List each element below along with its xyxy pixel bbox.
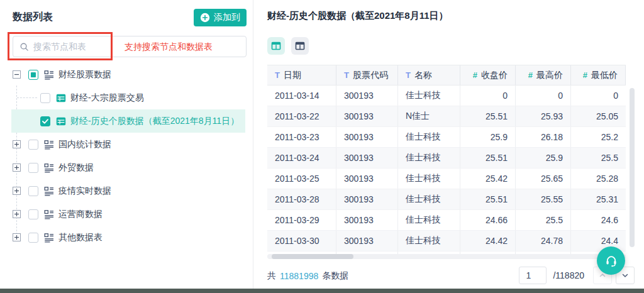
tree-item[interactable]: 运营商数据: [11, 202, 245, 226]
horizontal-scrollbar-track[interactable]: [267, 254, 626, 259]
table-cell: 佳士科技: [398, 127, 460, 147]
tree-checkbox-indeterminate[interactable]: [28, 70, 38, 80]
total-count-value[interactable]: 11881998: [280, 271, 318, 281]
table-cell: 300193: [336, 148, 398, 168]
bottom-taskbar-edge: [0, 289, 644, 293]
table-row[interactable]: 2011-03-23300193佳士科技25.926.1825.2: [267, 127, 626, 148]
table-row[interactable]: 2011-03-24300193佳士科技25.5125.925.5: [267, 148, 626, 169]
text-type-icon: T: [275, 70, 280, 80]
total-prefix-label: 共: [267, 270, 276, 282]
tree-checkbox-unchecked[interactable]: [28, 163, 38, 173]
table-cell: 2011-03-28: [267, 189, 336, 209]
total-suffix-label: 条数据: [322, 270, 348, 282]
table-cell: 2011-03-30: [267, 231, 336, 251]
table-cell: 佳士科技: [398, 189, 460, 209]
node-group-icon: [44, 163, 54, 173]
table-cell: 佳士科技: [398, 148, 460, 168]
vertical-scrollbar-thumb[interactable]: [630, 88, 635, 247]
table-row[interactable]: 2011-03-30300193佳士科技24.4224.7824.4: [267, 231, 626, 252]
tree-item[interactable]: 外贸数据: [11, 156, 245, 179]
sidebar-title: 数据列表: [13, 11, 53, 24]
table-layout-icon: [295, 41, 305, 51]
table-cell: 24.66: [460, 210, 516, 230]
table-view-toggle-button[interactable]: [267, 37, 285, 55]
column-header-label: 名称: [414, 70, 432, 81]
tree-checkbox-unchecked[interactable]: [28, 140, 38, 150]
column-header[interactable]: T股票代码: [336, 65, 398, 85]
table-header-row: T日期T股票代码T名称#收盘价#最高价#最低价: [267, 65, 626, 86]
tree-checkbox-unchecked[interactable]: [40, 93, 50, 103]
column-header-label: 股票代码: [353, 70, 388, 81]
table-cell: 2011-03-29: [267, 210, 336, 230]
data-tree: 财经股票数据财经-大宗股票交易财经-历史个股数据（截至2021年8月11日）国内…: [0, 63, 253, 249]
tree-checkbox-unchecked[interactable]: [28, 209, 38, 219]
tree-checkbox-unchecked[interactable]: [28, 186, 38, 196]
table-cell: 佳士科技: [398, 210, 460, 230]
table-cell: 25.31: [571, 189, 626, 209]
tree-item[interactable]: 其他数据表: [11, 226, 245, 249]
tree-item-label: 财经-大宗股票交易: [70, 92, 144, 104]
table-cell: 2011-03-24: [267, 148, 336, 168]
tree-item[interactable]: 财经-大宗股票交易: [11, 86, 245, 109]
table-cell: 0: [571, 86, 626, 106]
tree-expander-plus-icon[interactable]: [13, 187, 21, 195]
tree-expander-minus-icon[interactable]: [13, 70, 21, 79]
column-header[interactable]: #最低价: [571, 65, 626, 85]
tree-expander-plus-icon[interactable]: [13, 163, 21, 172]
data-list-sidebar: 数据列表 添加到 支持搜索节点和数据表 财经股票数据财经-大宗股票交易财经-历史…: [0, 0, 253, 289]
table-row[interactable]: 2011-03-28300193佳士科技25.5125.5525.31: [267, 189, 626, 210]
table-cell: 300193: [336, 106, 398, 126]
page-number-input[interactable]: [519, 267, 547, 284]
tree-expander-plus-icon[interactable]: [13, 210, 21, 218]
column-header-label: 最低价: [591, 70, 618, 81]
tree-expander-plus-icon[interactable]: [13, 140, 21, 148]
customer-service-chat-button[interactable]: [597, 246, 625, 275]
table-row[interactable]: 2011-03-25300193佳士科技25.4225.6525.28: [267, 169, 626, 189]
number-type-icon: #: [528, 70, 533, 80]
table-footer: 共 11881998 条数据 /118820: [267, 267, 641, 285]
tree-checkbox-unchecked[interactable]: [28, 233, 38, 243]
column-header-label: 收盘价: [481, 70, 508, 81]
table-cell: 24.78: [516, 231, 571, 251]
node-group-icon: [44, 209, 54, 219]
column-header[interactable]: T名称: [398, 65, 460, 85]
headset-icon: [604, 253, 619, 268]
tree-item[interactable]: 国内统计数据: [11, 133, 245, 156]
table-cell: 2011-03-25: [267, 169, 336, 189]
table-cell: 300193: [336, 127, 398, 147]
table-row[interactable]: 2011-03-14300193佳士科技000: [267, 86, 626, 106]
number-type-icon: #: [473, 70, 477, 80]
column-header[interactable]: #收盘价: [460, 65, 516, 85]
table-cell: 佳士科技: [398, 169, 460, 189]
tree-item[interactable]: 财经股票数据: [11, 63, 245, 86]
tree-item[interactable]: 疫情实时数据: [11, 179, 245, 202]
layout-view-toggle-button[interactable]: [291, 37, 309, 55]
table-cell: 300193: [336, 86, 398, 106]
tree-item-label: 财经-历史个股数据（截至2021年8月11日）: [70, 116, 239, 127]
table-row[interactable]: 2011-03-29300193佳士科技24.6625.524.6: [267, 210, 626, 231]
table-cell: 25.51: [460, 106, 516, 126]
column-header[interactable]: T日期: [267, 65, 336, 85]
table-row[interactable]: 2011-03-22300193N佳士25.5125.9325.05: [267, 106, 626, 127]
add-to-button-label: 添加到: [214, 12, 240, 23]
tree-item-label: 疫情实时数据: [58, 185, 111, 197]
table-cell: 24.42: [460, 231, 516, 251]
table-cell: 25.9: [516, 148, 571, 168]
app-window: 数据列表 添加到 支持搜索节点和数据表 财经股票数据财经-大宗股票交易财经-历史…: [0, 0, 644, 293]
column-header-label: 日期: [284, 70, 301, 81]
data-table-icon: [56, 116, 66, 126]
column-header[interactable]: #最高价: [516, 65, 571, 85]
table-cell: 300193: [336, 210, 398, 230]
horizontal-scrollbar-thumb[interactable]: [272, 254, 353, 259]
node-group-icon: [44, 70, 54, 80]
table-cell: 佳士科技: [398, 86, 460, 106]
table-detail-panel: 财经-历史个股数据（截至2021年8月11日） T日期T股票代码T名称#收盘价#…: [254, 0, 644, 289]
tree-item[interactable]: 财经-历史个股数据（截至2021年8月11日）: [11, 109, 245, 133]
column-header-label: 最高价: [536, 70, 563, 81]
add-to-button[interactable]: 添加到: [194, 9, 247, 26]
tree-expander-plus-icon[interactable]: [13, 233, 21, 241]
table-layout-icon: [271, 41, 281, 51]
tree-item-label: 外贸数据: [58, 162, 94, 174]
text-type-icon: T: [344, 70, 349, 80]
tree-checkbox-checked[interactable]: [40, 116, 50, 126]
